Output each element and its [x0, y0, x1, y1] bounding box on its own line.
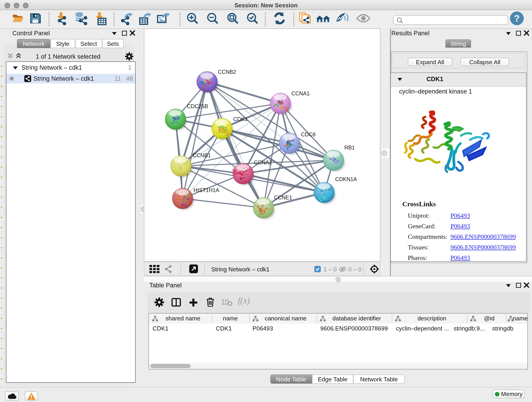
- svg-text:CCNA2: CCNA2: [254, 160, 272, 166]
- svg-text:HIST1H1A: HIST1H1A: [194, 187, 219, 193]
- svg-text:CDC25B: CDC25B: [187, 103, 208, 109]
- svg-text:CCNB1: CCNB1: [193, 153, 211, 158]
- svg-text:CDK1: CDK1: [233, 116, 247, 122]
- svg-text:RB1: RB1: [344, 145, 355, 151]
- svg-text:CCNA1: CCNA1: [291, 90, 310, 96]
- svg-text:CDKN1A: CDKN1A: [335, 176, 357, 182]
- svg-text:CCNE1: CCNE1: [274, 195, 292, 201]
- svg-text:CCNB2: CCNB2: [218, 69, 236, 75]
- svg-text:?: ?: [514, 13, 520, 23]
- svg-text:CDC6: CDC6: [301, 132, 316, 138]
